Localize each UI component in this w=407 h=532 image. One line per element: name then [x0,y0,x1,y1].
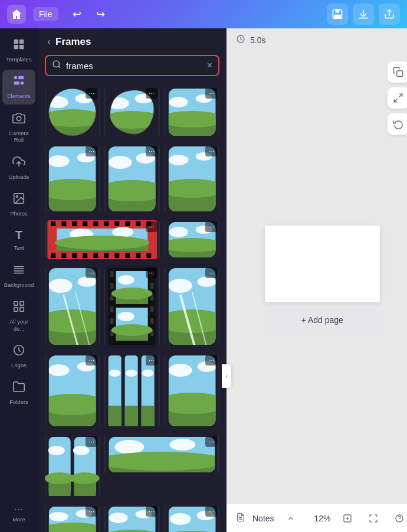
refresh-canvas-button[interactable] [388,113,407,135]
svg-point-172 [73,446,90,455]
templates-icon [12,38,25,54]
frame-portrait-3[interactable]: ··· [165,143,219,214]
frame-more-btn[interactable]: ··· [205,146,217,156]
svg-rect-87 [125,253,130,258]
redo-button[interactable]: ↪ [91,5,110,24]
frame-film-wide[interactable]: ··· [45,219,160,260]
svg-rect-158 [142,406,155,426]
expand-canvas-button[interactable] [388,87,407,109]
sidebar-item-folders[interactable]: Folders [2,376,35,410]
svg-rect-120 [150,283,154,289]
duplicate-canvas-button[interactable] [388,61,407,83]
svg-point-181 [104,452,219,471]
back-button[interactable]: ‹ [47,35,51,48]
frame-portrait-film-2[interactable]: ··· [104,265,159,348]
share-button[interactable] [379,4,400,25]
frame-portrait-2[interactable]: ··· [104,143,159,214]
notes-icon [236,513,245,524]
frame-portrait-4[interactable]: ··· [45,353,100,429]
fullscreen-button[interactable] [364,509,383,528]
elements-icon [12,74,25,90]
frame-more-btn[interactable]: ··· [205,506,217,517]
frame-more-btn[interactable]: ··· [146,355,157,365]
frame-more-btn[interactable]: ··· [146,146,157,156]
frame-more-btn[interactable]: ··· [205,355,217,365]
sidebar-item-uploads-label: Uploads [9,174,29,180]
frame-single-sm[interactable]: ··· [45,504,100,532]
frame-circle[interactable]: ··· [45,86,100,139]
frame-more-btn[interactable]: ··· [86,267,97,278]
undo-button[interactable]: ↩ [68,5,87,24]
search-clear-button[interactable]: × [207,60,212,71]
add-page-button[interactable]: + Add page [265,309,380,331]
sidebar-item-uploads[interactable]: Uploads [2,151,35,185]
svg-rect-117 [110,318,114,324]
frame-more-btn[interactable]: ··· [86,88,97,99]
frame-rounded-1[interactable]: ··· [165,86,219,139]
frame-more-btn[interactable]: ··· [205,267,217,278]
frame-wide-landscape[interactable]: ··· [104,434,219,475]
frame-more-btn[interactable]: ··· [146,88,157,99]
frame-more-btn[interactable]: ··· [86,436,97,447]
topbar-right [327,4,400,25]
frame-more-btn[interactable]: ··· [146,267,157,278]
camera-icon [12,112,25,128]
sidebar-item-text[interactable]: T Text [2,224,35,256]
frame-more-btn[interactable]: ··· [205,436,217,447]
svg-point-128 [111,288,153,299]
sidebar-item-background-label: Background [4,282,34,288]
sidebar-item-background[interactable]: Background [2,259,35,293]
frame-portrait-film-1[interactable]: ··· [45,265,100,348]
svg-rect-73 [83,221,87,226]
svg-rect-82 [72,253,77,258]
frame-more-btn[interactable]: ··· [146,506,157,517]
sidebar-item-folders-label: Folders [9,399,28,405]
svg-point-148 [45,394,100,415]
frame-portrait-wind[interactable]: ··· [165,265,219,348]
main-layout: Templates Elements Camera Roll [0,28,407,532]
home-button[interactable] [7,5,26,24]
save-button[interactable] [327,4,348,25]
notes-chevron-button[interactable] [281,509,300,528]
text-icon: T [15,229,22,242]
frame-triple-split[interactable]: ··· [104,353,159,429]
canvas-page[interactable] [265,226,380,302]
svg-rect-113 [110,271,114,277]
more-icon: ··· [15,504,24,514]
svg-point-145 [48,364,70,376]
frame-more-btn[interactable]: ··· [86,506,97,517]
frame-split-vert[interactable]: ··· [45,434,100,499]
search-input[interactable] [66,61,202,71]
frame-portrait-1[interactable]: ··· [45,143,100,214]
frame-more-btn[interactable]: ··· [86,355,97,365]
sidebar-item-more[interactable]: ··· More [2,500,35,527]
svg-rect-4 [19,40,24,44]
frame-blob[interactable]: ··· [104,86,159,139]
sidebar-item-all-designs[interactable]: All your de... [2,295,35,337]
sidebar-item-camera-roll[interactable]: Camera Roll [2,107,35,148]
frame-more-btn[interactable]: ··· [86,146,97,156]
sidebar-item-elements[interactable]: Elements [2,70,35,104]
canvas-header: 5.0s [227,28,407,52]
sidebar-item-templates[interactable]: Templates [2,33,35,67]
sidebar-item-photos[interactable]: Photos [2,187,35,221]
frame-more-btn[interactable]: ··· [146,221,157,232]
download-button[interactable] [353,4,374,25]
svg-point-179 [170,439,196,451]
svg-rect-89 [146,253,151,258]
frame-portrait-5[interactable]: ··· [165,353,219,429]
page-nav-button[interactable] [338,509,357,528]
frame-portrait-6[interactable]: ··· [104,504,159,532]
sidebar-item-logos[interactable]: Logos [2,339,35,373]
sidebar-item-elements-label: Elements [7,93,31,99]
frame-rounded-sm[interactable]: ··· [165,219,219,260]
file-menu[interactable]: File [33,7,58,21]
canvas-main: + Add page [227,52,407,504]
panel-collapse-button[interactable]: ‹ [222,364,231,388]
frame-more-btn[interactable]: ··· [205,88,217,99]
notes-label[interactable]: Notes [252,514,274,523]
frame-more-btn[interactable]: ··· [205,221,217,232]
help-button[interactable] [390,509,407,528]
frame-portrait-7[interactable]: ··· [165,504,219,532]
svg-point-188 [45,523,100,532]
